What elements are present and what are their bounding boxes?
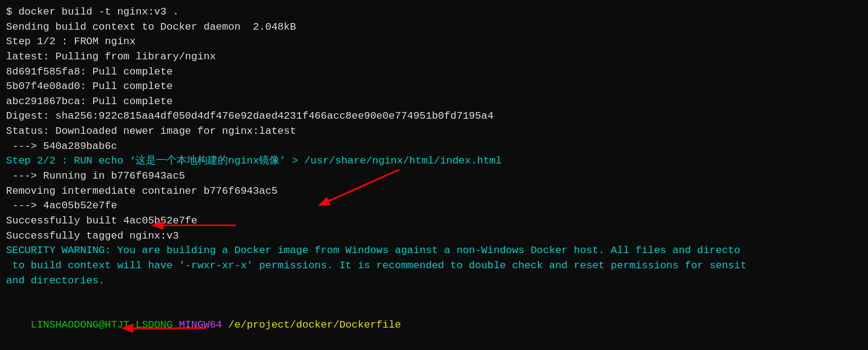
terminal-line: SECURITY WARNING: You are building a Doc…	[6, 243, 862, 259]
terminal-line: Step 2/2 : RUN echo ‘这是一个本地构建的nginx镜像’ >…	[6, 154, 862, 169]
terminal-line: ---> 4ac05b52e7fe	[6, 199, 862, 214]
terminal-line	[6, 288, 862, 303]
terminal-line: abc291867bca: Pull complete	[6, 94, 862, 110]
prompt-space	[172, 319, 178, 331]
prompt-path: /e/project/docker/Dockerfile	[228, 319, 401, 331]
terminal-line: Digest: sha256:922c815aa4df050d4df476e92…	[6, 109, 862, 124]
terminal-line: Step 1/2 : FROM nginx	[6, 35, 862, 50]
terminal-line: Successfully tagged nginx:v3	[6, 229, 862, 244]
terminal-line: Removing intermediate container b776f694…	[6, 184, 862, 199]
terminal-line: Successfully built 4ac05b52e7fe	[6, 214, 862, 229]
terminal-line: latest: Pulling from library/nginx	[6, 50, 862, 65]
terminal-line: Sending build context to Docker daemon 2…	[6, 20, 862, 35]
terminal-prompt: LINSHAODONG@HTJT-LSDONG MINGW64 /e/proje…	[6, 303, 862, 348]
terminal-line: ---> Running in b776f6943ac5	[6, 169, 862, 184]
terminal-line: and directories.	[6, 274, 862, 289]
terminal-line: to build context will have '-rwxr-xr-x' …	[6, 259, 862, 274]
terminal-line: $ docker build -t nginx:v3 .	[6, 5, 862, 20]
terminal-line: 8d691f585fa8: Pull complete	[6, 65, 862, 80]
terminal-window: $ docker build -t nginx:v3 . Sending bui…	[0, 0, 868, 350]
terminal-line: ---> 540a289bab6c	[6, 139, 862, 154]
prompt-space2	[222, 319, 228, 331]
prompt-shell: MINGW64	[179, 319, 222, 331]
prompt-user: LINSHAODONG@HTJT-LSDONG	[31, 319, 173, 331]
terminal-line: Status: Downloaded newer image for nginx…	[6, 124, 862, 139]
terminal-line: 5b07f4e08ad0: Pull complete	[6, 79, 862, 94]
